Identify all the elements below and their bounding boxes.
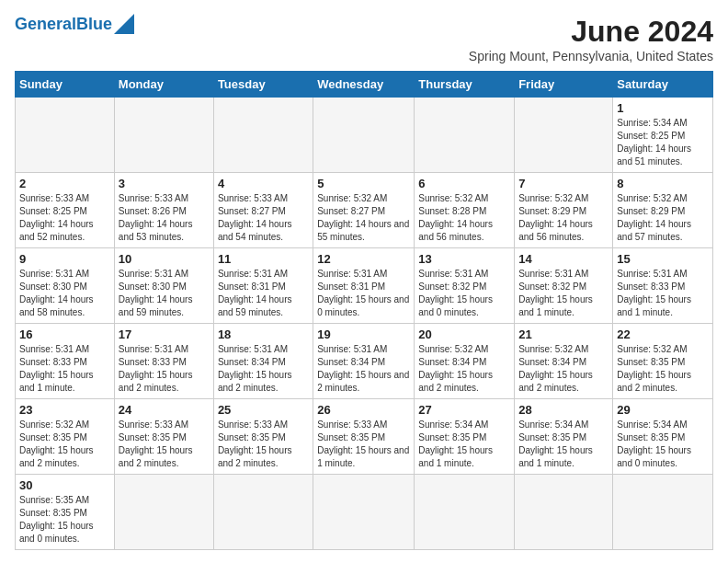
day-info: Sunrise: 5:33 AM Sunset: 8:35 PM Dayligh… [218,419,309,470]
day-number: 22 [617,327,709,341]
calendar-cell: 29Sunrise: 5:34 AM Sunset: 8:35 PM Dayli… [613,399,713,475]
logo: GeneralBlue [15,15,134,34]
day-number: 25 [218,403,309,417]
day-number: 24 [119,403,210,417]
calendar-cell: 20Sunrise: 5:32 AM Sunset: 8:34 PM Dayli… [415,324,515,399]
day-number: 29 [617,403,709,417]
calendar-cell [313,475,415,550]
day-number: 27 [418,403,510,417]
calendar-cell: 14Sunrise: 5:31 AM Sunset: 8:32 PM Dayli… [515,248,613,324]
day-number: 3 [119,177,210,190]
day-info: Sunrise: 5:31 AM Sunset: 8:33 PM Dayligh… [617,268,709,319]
day-info: Sunrise: 5:32 AM Sunset: 8:35 PM Dayligh… [617,343,709,395]
calendar-cell [213,475,313,550]
calendar-cell: 6Sunrise: 5:32 AM Sunset: 8:28 PM Daylig… [415,173,515,248]
logo-blue: Blue [76,15,112,33]
day-number: 18 [218,327,309,341]
day-number: 13 [418,252,510,266]
day-info: Sunrise: 5:33 AM Sunset: 8:27 PM Dayligh… [218,192,309,244]
day-number: 17 [119,327,210,341]
day-info: Sunrise: 5:31 AM Sunset: 8:31 PM Dayligh… [317,268,410,319]
col-tuesday: Tuesday [213,72,313,98]
day-info: Sunrise: 5:32 AM Sunset: 8:35 PM Dayligh… [19,419,110,470]
svg-marker-0 [114,14,134,34]
calendar-cell: 12Sunrise: 5:31 AM Sunset: 8:31 PM Dayli… [313,248,415,324]
day-info: Sunrise: 5:34 AM Sunset: 8:35 PM Dayligh… [418,419,510,470]
day-info: Sunrise: 5:31 AM Sunset: 8:34 PM Dayligh… [317,343,410,395]
calendar-subtitle: Spring Mount, Pennsylvania, United State… [469,49,713,63]
calendar-cell: 10Sunrise: 5:31 AM Sunset: 8:30 PM Dayli… [114,248,213,324]
calendar-cell [515,98,613,173]
day-info: Sunrise: 5:32 AM Sunset: 8:29 PM Dayligh… [617,192,709,244]
day-number: 9 [19,252,110,266]
week-row-2: 2Sunrise: 5:33 AM Sunset: 8:25 PM Daylig… [16,173,713,248]
calendar-cell: 25Sunrise: 5:33 AM Sunset: 8:35 PM Dayli… [213,399,313,475]
day-info: Sunrise: 5:35 AM Sunset: 8:35 PM Dayligh… [19,494,110,546]
calendar-cell: 8Sunrise: 5:32 AM Sunset: 8:29 PM Daylig… [613,173,713,248]
calendar-cell [114,475,213,550]
day-info: Sunrise: 5:33 AM Sunset: 8:35 PM Dayligh… [119,419,210,470]
calendar-cell: 22Sunrise: 5:32 AM Sunset: 8:35 PM Dayli… [613,324,713,399]
calendar-cell [16,98,115,173]
calendar-cell [313,98,415,173]
calendar-table: Sunday Monday Tuesday Wednesday Thursday… [15,71,713,550]
col-sunday: Sunday [16,72,115,98]
day-number: 15 [617,252,709,266]
calendar-cell: 1Sunrise: 5:34 AM Sunset: 8:25 PM Daylig… [613,98,713,173]
calendar-cell: 7Sunrise: 5:32 AM Sunset: 8:29 PM Daylig… [515,173,613,248]
page-header: GeneralBlue June 2024 Spring Mount, Penn… [15,15,713,63]
week-row-1: 1Sunrise: 5:34 AM Sunset: 8:25 PM Daylig… [16,98,713,173]
calendar-cell: 16Sunrise: 5:31 AM Sunset: 8:33 PM Dayli… [16,324,115,399]
calendar-cell: 19Sunrise: 5:31 AM Sunset: 8:34 PM Dayli… [313,324,415,399]
day-info: Sunrise: 5:32 AM Sunset: 8:27 PM Dayligh… [317,192,410,244]
calendar-cell: 11Sunrise: 5:31 AM Sunset: 8:31 PM Dayli… [213,248,313,324]
calendar-header-row: Sunday Monday Tuesday Wednesday Thursday… [16,72,713,98]
calendar-cell: 15Sunrise: 5:31 AM Sunset: 8:33 PM Dayli… [613,248,713,324]
calendar-cell [415,98,515,173]
col-monday: Monday [114,72,213,98]
day-info: Sunrise: 5:32 AM Sunset: 8:34 PM Dayligh… [418,343,510,395]
calendar-cell: 3Sunrise: 5:33 AM Sunset: 8:26 PM Daylig… [114,173,213,248]
logo-general: General [15,15,76,33]
day-info: Sunrise: 5:34 AM Sunset: 8:35 PM Dayligh… [617,419,709,470]
calendar-cell [415,475,515,550]
week-row-4: 16Sunrise: 5:31 AM Sunset: 8:33 PM Dayli… [16,324,713,399]
day-number: 8 [617,177,709,190]
day-info: Sunrise: 5:31 AM Sunset: 8:32 PM Dayligh… [418,268,510,319]
day-number: 26 [317,403,410,417]
title-block: June 2024 Spring Mount, Pennsylvania, Un… [469,15,713,63]
day-info: Sunrise: 5:33 AM Sunset: 8:26 PM Dayligh… [119,192,210,244]
calendar-cell: 9Sunrise: 5:31 AM Sunset: 8:30 PM Daylig… [16,248,115,324]
day-info: Sunrise: 5:34 AM Sunset: 8:25 PM Dayligh… [617,117,709,168]
logo-icon [114,14,134,34]
week-row-6: 30Sunrise: 5:35 AM Sunset: 8:35 PM Dayli… [16,475,713,550]
calendar-cell: 2Sunrise: 5:33 AM Sunset: 8:25 PM Daylig… [16,173,115,248]
day-info: Sunrise: 5:32 AM Sunset: 8:28 PM Dayligh… [418,192,510,244]
calendar-cell: 18Sunrise: 5:31 AM Sunset: 8:34 PM Dayli… [213,324,313,399]
day-info: Sunrise: 5:32 AM Sunset: 8:29 PM Dayligh… [518,192,609,244]
calendar-title: June 2024 [469,15,713,49]
day-info: Sunrise: 5:31 AM Sunset: 8:31 PM Dayligh… [218,268,309,319]
col-thursday: Thursday [415,72,515,98]
day-number: 4 [218,177,309,190]
day-info: Sunrise: 5:31 AM Sunset: 8:32 PM Dayligh… [518,268,609,319]
day-number: 5 [317,177,410,190]
calendar-cell: 5Sunrise: 5:32 AM Sunset: 8:27 PM Daylig… [313,173,415,248]
calendar-cell: 13Sunrise: 5:31 AM Sunset: 8:32 PM Dayli… [415,248,515,324]
day-number: 20 [418,327,510,341]
calendar-cell [114,98,213,173]
col-friday: Friday [515,72,613,98]
day-number: 2 [19,177,110,190]
col-saturday: Saturday [613,72,713,98]
calendar-cell [515,475,613,550]
day-number: 23 [19,403,110,417]
calendar-cell [613,475,713,550]
day-number: 21 [518,327,609,341]
day-info: Sunrise: 5:32 AM Sunset: 8:34 PM Dayligh… [518,343,609,395]
day-info: Sunrise: 5:31 AM Sunset: 8:30 PM Dayligh… [19,268,110,319]
calendar-cell: 23Sunrise: 5:32 AM Sunset: 8:35 PM Dayli… [16,399,115,475]
day-number: 11 [218,252,309,266]
day-number: 19 [317,327,410,341]
day-number: 12 [317,252,410,266]
day-info: Sunrise: 5:31 AM Sunset: 8:33 PM Dayligh… [119,343,210,395]
